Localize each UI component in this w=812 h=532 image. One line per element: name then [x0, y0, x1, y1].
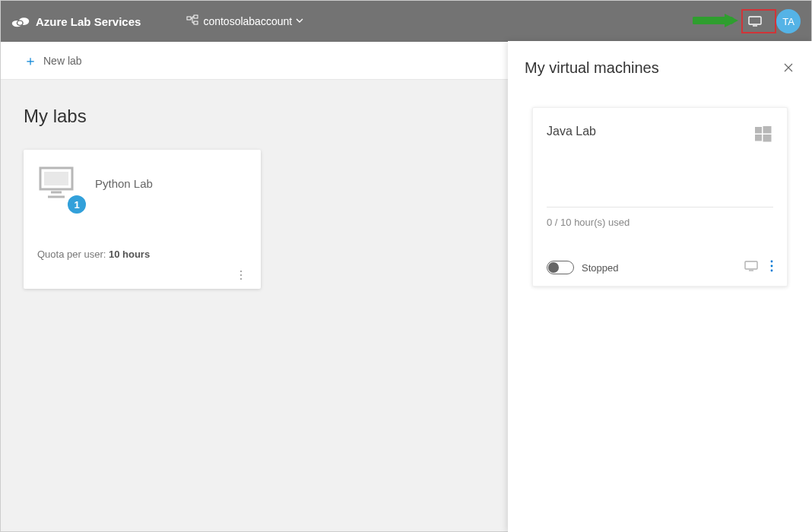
svg-point-15 — [771, 261, 773, 263]
svg-rect-13 — [763, 135, 772, 142]
close-icon — [783, 62, 794, 73]
my-vms-button[interactable] — [744, 11, 766, 31]
account-name: contosolabaccount — [203, 15, 292, 27]
svg-rect-14 — [745, 261, 757, 269]
my-vms-panel: My virtual machines Java Lab 0 / 10 hour… — [508, 41, 812, 532]
vm-more-button[interactable] — [770, 260, 773, 275]
account-selector[interactable]: contosolabaccount — [186, 14, 304, 29]
panel-title: My virtual machines — [525, 59, 659, 77]
monitor-icon — [744, 261, 758, 271]
svg-point-3 — [17, 21, 22, 25]
lab-card-icon-wrap: 1 — [37, 165, 80, 203]
user-avatar[interactable]: TA — [776, 9, 801, 33]
vm-usage: 0 / 10 hour(s) used — [547, 217, 773, 228]
svg-point-16 — [771, 265, 773, 268]
vm-status: Stopped — [582, 262, 744, 274]
new-lab-button[interactable]: ＋ New lab — [24, 52, 82, 70]
svg-rect-6 — [194, 21, 198, 24]
user-initials: TA — [782, 16, 795, 27]
svg-rect-10 — [755, 127, 762, 134]
svg-rect-12 — [755, 135, 762, 141]
vm-card: Java Lab 0 / 10 hour(s) used Stopped — [532, 107, 788, 287]
svg-rect-4 — [187, 17, 191, 20]
lab-user-count-badge: 1 — [68, 195, 86, 214]
close-panel-button[interactable] — [783, 62, 795, 74]
plus-icon: ＋ — [24, 52, 37, 70]
callout-arrow-icon — [693, 12, 740, 29]
windows-icon — [753, 125, 773, 147]
svg-point-17 — [771, 270, 773, 272]
vm-power-toggle[interactable] — [547, 261, 574, 274]
lab-card[interactable]: 1 Python Lab Quota per user: 10 hours — [24, 150, 261, 289]
new-lab-label: New lab — [43, 55, 82, 67]
monitor-icon — [748, 16, 762, 27]
highlight-annotation — [741, 9, 776, 33]
app-title: Azure Lab Services — [36, 15, 141, 28]
azure-lab-logo-icon — [11, 15, 30, 27]
chevron-down-icon — [295, 15, 304, 27]
more-vertical-icon — [770, 260, 773, 272]
resource-group-icon — [186, 14, 198, 29]
svg-rect-11 — [763, 126, 772, 134]
app-header: Azure Lab Services contosolabaccount — [1, 1, 811, 42]
lab-quota: Quota per user: 10 hours — [37, 249, 247, 260]
vm-connect-button[interactable] — [744, 261, 758, 274]
svg-rect-5 — [194, 15, 198, 18]
svg-rect-7 — [749, 17, 761, 24]
vm-name: Java Lab — [547, 125, 596, 138]
lab-more-button[interactable] — [235, 268, 247, 283]
computer-icon — [37, 165, 80, 200]
lab-name: Python Lab — [95, 177, 153, 190]
svg-rect-9 — [44, 172, 68, 185]
